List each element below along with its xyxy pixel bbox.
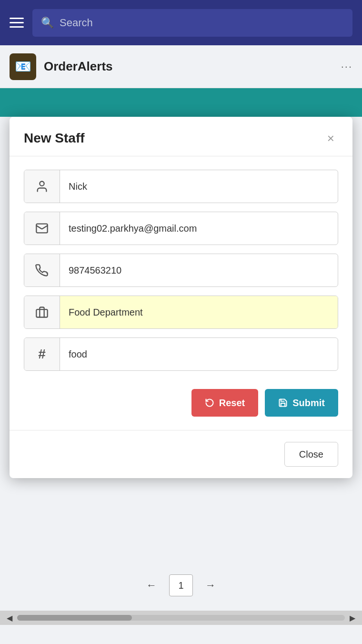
user-icon [24,170,60,203]
modal-close-x-button[interactable]: × [323,130,338,146]
reset-button[interactable]: Reset [191,389,258,417]
search-placeholder: Search [60,17,93,29]
modal-title: New Staff [24,131,85,146]
search-icon: 🔍 [41,17,54,29]
department-icon [24,296,60,328]
header: 🔍 Search [0,0,362,45]
modal-footer: Close [10,430,352,478]
app-title: OrderAlerts [44,59,341,74]
more-options-icon[interactable]: ··· [341,61,352,73]
tag-icon: # [24,338,60,370]
department-input[interactable] [60,296,338,328]
name-field-container [24,170,338,203]
tag-field-container: # [24,337,338,371]
email-input[interactable] [60,212,338,245]
phone-field-container [24,254,338,287]
close-button[interactable]: Close [284,442,338,467]
tag-input[interactable] [60,338,338,370]
reset-icon [205,398,214,408]
app-bar: 📧 OrderAlerts ··· [0,45,362,88]
svg-point-0 [40,182,44,186]
phone-icon [24,254,60,286]
hamburger-menu[interactable] [10,18,24,28]
svg-rect-2 [36,309,47,317]
submit-button[interactable]: Submit [265,389,338,417]
name-input[interactable] [60,170,338,203]
email-icon [24,212,60,245]
app-icon: 📧 [10,53,36,80]
svg-rect-1 [36,224,47,233]
search-bar[interactable]: 🔍 Search [32,9,352,37]
modal-body: # [10,156,352,384]
modal-actions: Reset Submit [10,384,352,430]
submit-icon [278,398,288,408]
department-field-container [24,296,338,329]
modal-header: New Staff × [10,117,352,156]
phone-input[interactable] [60,254,338,286]
email-field-container [24,212,338,245]
new-staff-modal: New Staff × [10,117,352,478]
modal-overlay: New Staff × [0,88,362,644]
